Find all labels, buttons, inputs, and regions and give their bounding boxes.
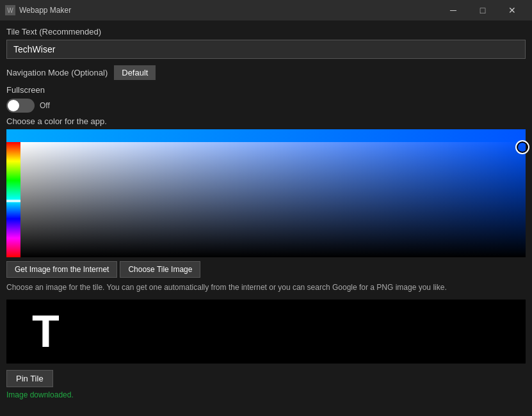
app-title: Webapp Maker [19,6,71,15]
color-label: Choose a color for the app. [6,116,526,126]
get-image-button[interactable]: Get Image from the Internet [6,261,117,278]
hue-strip[interactable] [6,142,20,257]
status-text: Image downloaded. [6,390,526,399]
fullscreen-toggle-row: Off [6,99,526,113]
titlebar: W Webapp Maker ─ □ ✕ [0,0,532,20]
color-bar[interactable] [6,129,526,142]
toggle-knob [8,100,19,111]
color-gradient[interactable] [20,142,526,257]
preview-letter: T [32,309,60,354]
app-icon: W [5,5,15,15]
action-buttons-row: Get Image from the Internet Choose Tile … [6,261,526,278]
navigation-label: Navigation Mode (Optional) [6,68,108,77]
navigation-default-button[interactable]: Default [114,65,156,80]
pin-tile-button[interactable]: Pin Tile [6,370,53,387]
fullscreen-toggle-text: Off [40,101,50,110]
minimize-button[interactable]: ─ [439,0,468,20]
tile-text-label: Tile Text (Recommended) [6,27,526,36]
hue-indicator [6,200,20,202]
preview-area: T [6,300,526,364]
tile-text-input[interactable] [6,40,526,59]
fullscreen-label: Fullscreen [6,85,45,95]
close-button[interactable]: ✕ [497,0,527,20]
choose-tile-button[interactable]: Choose Tile Image [120,261,200,278]
titlebar-controls: ─ □ ✕ [439,0,527,20]
main-content: Tile Text (Recommended) Navigation Mode … [0,20,532,406]
titlebar-left: W Webapp Maker [5,5,71,15]
color-cursor [517,141,528,153]
navigation-row: Navigation Mode (Optional) Default [6,65,526,80]
help-text: Choose an image for the tile. You can ge… [6,283,526,292]
pin-row: Pin Tile [6,370,526,387]
fullscreen-row: Fullscreen [6,85,526,95]
fullscreen-toggle[interactable] [6,99,35,113]
color-picker[interactable] [6,142,526,257]
maximize-button[interactable]: □ [468,0,497,20]
app-icon-label: W [7,7,13,14]
